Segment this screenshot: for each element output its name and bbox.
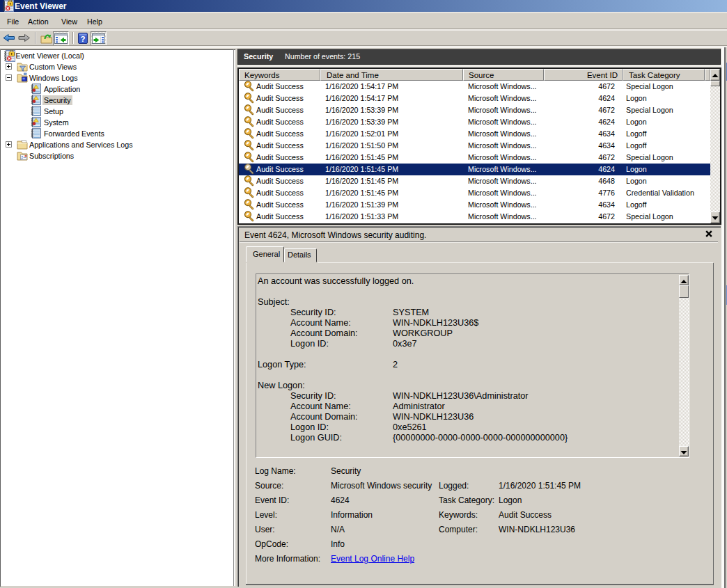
svg-text:?: ? [80,35,85,43]
